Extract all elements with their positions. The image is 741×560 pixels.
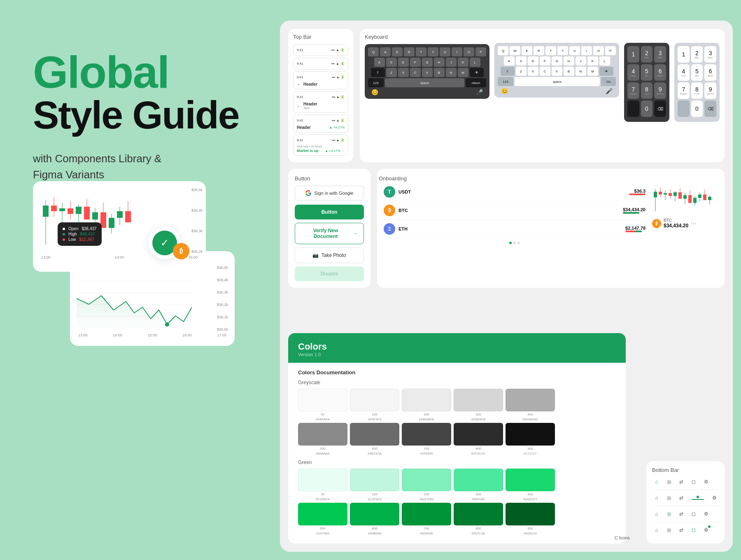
phone-screen-5: 9:41 ▪▪▪ ▲ 🔋 Header ▲ +9.17% <box>293 114 348 133</box>
disabled-button: Disable <box>295 266 364 281</box>
keyboard-light: Q W E R T Y U I O P A <box>494 43 619 98</box>
topbar-label: Top Bar <box>293 34 348 40</box>
settings-icon-3: ⚙ <box>701 509 711 518</box>
green-swatch-700: 700 #009438 <box>402 503 451 535</box>
price-info-box: Open $36,437 High $40,437 Low $12,367 <box>58 222 102 246</box>
btc-badge: ₿ <box>173 243 189 259</box>
onboarding-panel: Onboarding T USDT $36.3 ₿ <box>377 169 725 288</box>
swatch-900: 900 #171717 <box>506 423 555 455</box>
eth-icon: Ξ <box>384 223 395 235</box>
green-swatches-dark: 500 #107484 600 #00B048 700 #009438 800 … <box>298 503 616 535</box>
main-card: Top Bar 9:41 ▪▪▪ ▲ 🔋 9:41 ▪▪▪ <box>280 21 733 552</box>
primary-button[interactable]: Button <box>295 205 364 219</box>
google-signin-button[interactable]: Sign in with Google <box>295 186 364 201</box>
crypto-list: T USDT $36.3 ₿ BTC $34,43 <box>384 183 645 281</box>
swatch-100: 100 #F5F5F5 <box>350 389 399 421</box>
bottom-bar-row-1: ⌂ ◎ ⇄ ◻ ⚙ <box>652 477 719 490</box>
green-swatch-400: 400 #6ADCF7 <box>506 469 555 501</box>
google-icon <box>305 190 311 196</box>
phone-screen-4: 9:41 ▪▪▪ ▲ 🔋 ← Header Text <box>293 91 348 113</box>
home-icon-2: ⌂ <box>652 493 661 502</box>
swatch-50: 50 #FAFAFA <box>298 389 347 421</box>
btc-icon: ₿ <box>384 205 395 216</box>
hero-subtitle: with Components Library & Figma Variants <box>33 151 272 183</box>
btc-chart-preview: ₿ BTC $34,434.20 ↑↑↑ <box>652 183 718 281</box>
colors-title: Colors <box>298 341 616 352</box>
green-swatch-900: 900 #005C20 <box>506 503 555 535</box>
swatch-200: 200 #EBEBEB <box>402 389 451 421</box>
usdt-info: USDT <box>398 189 626 194</box>
time-axis-2: 13:00 14:00 15:00 16:00 17:00 <box>77 333 228 337</box>
green-swatch-600: 600 #00B048 <box>350 503 399 535</box>
high-dot <box>63 233 65 236</box>
bottom-bar-row-4: ⌂ ◎ ⇄ ◻ ⚙ <box>652 525 719 538</box>
green-label: Green <box>298 460 616 465</box>
swatch-800: 800 #2C2C2C <box>454 423 503 455</box>
swatch-300: 300 #D6D6D6 <box>454 389 503 421</box>
swap-icon-4: ⇄ <box>677 525 686 534</box>
crypto-icons-label: C Icons <box>615 535 630 540</box>
settings-icon: ⚙ <box>701 477 711 486</box>
price-axis-1: $36,5k $36,4k $36,3k $36,2k <box>191 188 203 254</box>
settings-icon-2: ⚙ <box>710 493 719 502</box>
hero-section: Global Style Guide with Components Libra… <box>33 49 272 183</box>
crypto-item-eth: Ξ ETH $2,147.78 <box>384 220 645 238</box>
eth-info: ETH <box>398 226 622 231</box>
swatch-600: 600 #6B7A7A <box>350 423 399 455</box>
onboarding-label: Onboarding <box>379 175 407 182</box>
greyscale-label: Greyscale <box>298 380 616 385</box>
colors-header: Colors Version 1.0 <box>288 333 626 363</box>
green-swatches-light: 50 #F1FEFA 100 #C0F0F3 200 #A0CFB3 300 #… <box>298 469 616 501</box>
btc-info: BTC <box>398 208 620 213</box>
onboarding-dots <box>384 242 645 244</box>
wallet-icon-3: ◻ <box>689 509 698 518</box>
colors-doc-label: Colors Documentation <box>298 369 616 376</box>
discover-icon: ◎ <box>664 477 673 486</box>
green-swatch-200: 200 #A0CFB3 <box>402 469 451 501</box>
button-label: Button <box>295 175 364 182</box>
hero-title-green: Global <box>33 49 272 95</box>
keyboard-dark: Q A E R T Y U I O P A S D <box>365 44 489 99</box>
colors-panel: Colors Version 1.0 Colors Documentation … <box>288 333 626 544</box>
home-icon-3: ⌂ <box>652 509 661 518</box>
button-panel: Button Sign in with Google Button Verify… <box>288 169 370 288</box>
phone-screen-3: 9:41 ▪▪▪ ▲ 🔋 ← Header <box>293 71 348 89</box>
wallet-icon: ◻ <box>689 477 698 486</box>
green-swatch-50: 50 #F1FEFA <box>298 469 347 501</box>
swap-icon-3: ⇄ <box>677 509 686 518</box>
swap-icon-2: ⇄ <box>677 493 686 502</box>
phone-screen-6: 9:41 ▪▪▪ ▲ 🔋 Just now • 10 hours Market … <box>293 134 348 156</box>
crypto-item-usdt: T USDT $36.3 <box>384 183 645 201</box>
bottom-bar-panel: Bottom Bar ⌂ ◎ ⇄ ◻ ⚙ ⌂ ◎ ⇄ ⚙ ⌂ ◎ ⇄ ◻ ⚙ <box>646 461 725 544</box>
google-signin-label: Sign in with Google <box>315 191 354 196</box>
bottom-bar-label: Bottom Bar <box>652 467 719 473</box>
greyscale-swatches-light: 50 #FAFAFA 100 #F5F5F5 200 #EBEBEB 300 #… <box>298 389 616 421</box>
low-dot <box>63 238 65 241</box>
phone-screen-1: 9:41 ▪▪▪ ▲ 🔋 <box>293 44 348 56</box>
bottom-bar-row-3: ⌂ ◎ ⇄ ◻ ⚙ <box>652 509 719 522</box>
section-top: Top Bar 9:41 ▪▪▪ ▲ 🔋 9:41 ▪▪▪ <box>288 29 725 162</box>
swatch-400: 400 #ADADAD <box>506 389 555 421</box>
bottom-bar-row-2: ⌂ ◎ ⇄ ⚙ <box>652 493 719 506</box>
open-dot <box>63 228 65 230</box>
numpad-dark: 1 2ABC 3DEF 4GHI 5JKL 6MNO 7PQRS 8TUV 9W… <box>624 43 669 122</box>
greyscale-swatches-dark: 500 #8A8A8A 600 #6B7A7A 700 #454545 800 … <box>298 423 616 455</box>
hero-title-black: Style Guide <box>33 95 272 136</box>
swap-icon: ⇄ <box>677 477 686 486</box>
topbar-panel: Top Bar 9:41 ▪▪▪ ▲ 🔋 9:41 ▪▪▪ <box>288 29 353 162</box>
discover-icon-3-active: ◎ <box>664 509 673 518</box>
colors-version: Version 1.0 <box>298 352 616 357</box>
green-swatch-800: 800 #007C2E <box>454 503 503 535</box>
btc-mini-icon: ₿ <box>652 219 661 228</box>
keyboard-panel: Keyboard Q A E R T Y U I O P <box>360 29 725 162</box>
green-swatch-300: 300 #50F090 <box>454 469 503 501</box>
verify-document-button[interactable]: Verify New Document → <box>295 223 364 244</box>
colors-body: Colors Documentation Greyscale 50 #FAFAF… <box>288 363 626 544</box>
section-middle: Button Sign in with Google Button Verify… <box>288 169 725 288</box>
take-photo-button[interactable]: 📷 Take Photo <box>295 247 364 263</box>
home-icon-4: ⌂ <box>652 525 661 534</box>
keyboard-label: Keyboard <box>365 34 489 40</box>
numpad-light: 1 2ABC 3DEF 4GHI 5JKL 6MNO 7PQRS 8TUV 9W… <box>674 43 720 122</box>
green-swatch-100: 100 #C0F0F3 <box>350 469 399 501</box>
usdt-icon: T <box>384 186 395 198</box>
